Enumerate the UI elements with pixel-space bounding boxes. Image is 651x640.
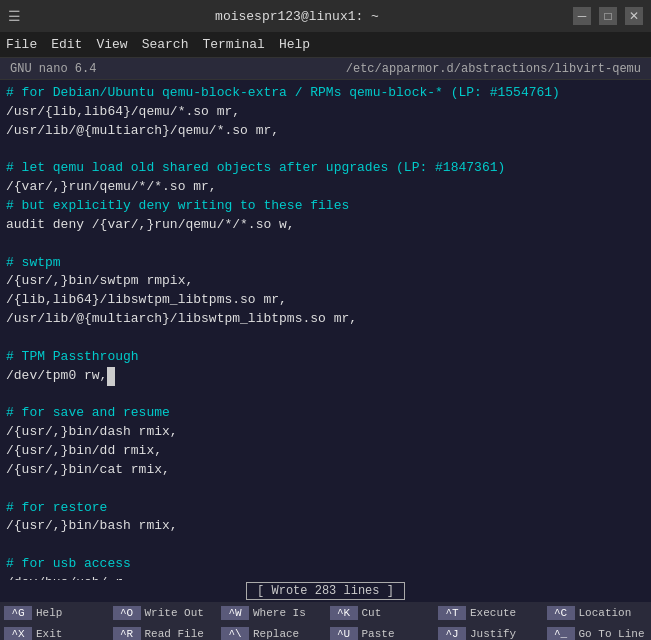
- editor-name: GNU nano 6.4: [10, 62, 96, 76]
- hamburger-icon[interactable]: ☰: [8, 8, 21, 25]
- shortcut-label-write-out: Write Out: [145, 607, 204, 619]
- shortcut-paste[interactable]: ^U Paste: [326, 623, 435, 640]
- editor-line: # let qemu load old shared objects after…: [6, 159, 645, 178]
- shortcut-replace[interactable]: ^\ Replace: [217, 623, 326, 640]
- editor-line: /{usr/,}bin/swtpm rmpix,: [6, 272, 645, 291]
- shortcut-label-justify: Justify: [470, 628, 516, 640]
- editor-line: /{usr/,}bin/bash rmix,: [6, 517, 645, 536]
- editor-line: [6, 480, 645, 499]
- shortcut-where-is[interactable]: ^W Where Is: [217, 602, 326, 623]
- editor-line: # for Debian/Ubuntu qemu-block-extra / R…: [6, 84, 645, 103]
- shortcut-key-justify: ^J: [438, 627, 466, 641]
- editor-line: audit deny /{var/,}run/qemu/*/*.so w,: [6, 216, 645, 235]
- editor-line: # swtpm: [6, 254, 645, 273]
- shortcut-key-where-is: ^W: [221, 606, 249, 620]
- file-path: /etc/apparmor.d/abstractions/libvirt-qem…: [346, 62, 641, 76]
- shortcut-exit[interactable]: ^X Exit: [0, 623, 109, 640]
- editor-line: [6, 536, 645, 555]
- menu-help[interactable]: Help: [279, 37, 310, 52]
- editor-line: # TPM Passthrough: [6, 348, 645, 367]
- shortcut-go-to-line[interactable]: ^_ Go To Line: [543, 623, 652, 640]
- editor-line: # for usb access: [6, 555, 645, 574]
- shortcut-row-2: ^X Exit ^R Read File ^\ Replace ^U Paste…: [0, 623, 651, 640]
- editor-area[interactable]: # for Debian/Ubuntu qemu-block-extra / R…: [0, 80, 651, 580]
- shortcut-label-where-is: Where Is: [253, 607, 306, 619]
- shortcut-key-execute: ^T: [438, 606, 466, 620]
- editor-line: /{lib,lib64}/libswtpm_libtpms.so mr,: [6, 291, 645, 310]
- minimize-button[interactable]: ─: [573, 7, 591, 25]
- shortcut-label-paste: Paste: [362, 628, 395, 640]
- shortcut-label-location: Location: [579, 607, 632, 619]
- editor-line: # for save and resume: [6, 404, 645, 423]
- menu-view[interactable]: View: [96, 37, 127, 52]
- shortcut-help[interactable]: ^G Help: [0, 602, 109, 623]
- shortcut-key-read-file: ^R: [113, 627, 141, 641]
- shortcut-label-help: Help: [36, 607, 62, 619]
- editor-line: /{usr/,}bin/dash rmix,: [6, 423, 645, 442]
- shortcut-label-execute: Execute: [470, 607, 516, 619]
- editor-line: /dev/tpm0 rw,: [6, 367, 645, 386]
- editor-line: # but explicitly deny writing to these f…: [6, 197, 645, 216]
- shortcut-label-replace: Replace: [253, 628, 299, 640]
- shortcut-write-out[interactable]: ^O Write Out: [109, 602, 218, 623]
- editor-line: /{usr/,}bin/dd rmix,: [6, 442, 645, 461]
- maximize-button[interactable]: □: [599, 7, 617, 25]
- menu-search[interactable]: Search: [142, 37, 189, 52]
- shortcut-key-exit: ^X: [4, 627, 32, 641]
- shortcut-key-help: ^G: [4, 606, 32, 620]
- shortcut-location[interactable]: ^C Location: [543, 602, 652, 623]
- title-bar-controls: ─ □ ✕: [573, 7, 643, 25]
- shortcut-justify[interactable]: ^J Justify: [434, 623, 543, 640]
- menu-bar: File Edit View Search Terminal Help: [0, 32, 651, 58]
- editor-line: /usr/lib/@{multiarch}/libswtpm_libtpms.s…: [6, 310, 645, 329]
- title-bar: ☰ moisespr123@linux1: ~ ─ □ ✕: [0, 0, 651, 32]
- shortcut-label-go-to-line: Go To Line: [579, 628, 645, 640]
- editor-line: /usr/lib/@{multiarch}/qemu/*.so mr,: [6, 122, 645, 141]
- shortcut-label-read-file: Read File: [145, 628, 204, 640]
- wrote-status-text: [ Wrote 283 lines ]: [246, 582, 405, 600]
- title-bar-left: ☰: [8, 8, 21, 25]
- editor-line: # for restore: [6, 499, 645, 518]
- shortcut-key-location: ^C: [547, 606, 575, 620]
- shortcut-execute[interactable]: ^T Execute: [434, 602, 543, 623]
- editor-line: /{var/,}run/qemu/*/*.so mr,: [6, 178, 645, 197]
- editor-line: [6, 329, 645, 348]
- menu-terminal[interactable]: Terminal: [202, 37, 264, 52]
- editor-line: [6, 141, 645, 160]
- file-info-bar: GNU nano 6.4 /etc/apparmor.d/abstraction…: [0, 58, 651, 80]
- menu-file[interactable]: File: [6, 37, 37, 52]
- wrote-status: [ Wrote 283 lines ]: [0, 580, 651, 602]
- shortcut-cut[interactable]: ^K Cut: [326, 602, 435, 623]
- title-bar-title: moisespr123@linux1: ~: [21, 9, 573, 24]
- close-button[interactable]: ✕: [625, 7, 643, 25]
- shortcut-key-go-to-line: ^_: [547, 627, 575, 641]
- shortcut-read-file[interactable]: ^R Read File: [109, 623, 218, 640]
- shortcut-key-replace: ^\: [221, 627, 249, 641]
- shortcut-label-exit: Exit: [36, 628, 62, 640]
- menu-edit[interactable]: Edit: [51, 37, 82, 52]
- shortcut-key-cut: ^K: [330, 606, 358, 620]
- shortcut-label-cut: Cut: [362, 607, 382, 619]
- shortcut-key-paste: ^U: [330, 627, 358, 641]
- editor-line: /usr/{lib,lib64}/qemu/*.so mr,: [6, 103, 645, 122]
- editor-line: /{usr/,}bin/cat rmix,: [6, 461, 645, 480]
- shortcut-row-1: ^G Help ^O Write Out ^W Where Is ^K Cut …: [0, 602, 651, 623]
- shortcut-bar: ^G Help ^O Write Out ^W Where Is ^K Cut …: [0, 602, 651, 640]
- shortcut-key-write-out: ^O: [113, 606, 141, 620]
- editor-line: [6, 235, 645, 254]
- editor-line: [6, 386, 645, 405]
